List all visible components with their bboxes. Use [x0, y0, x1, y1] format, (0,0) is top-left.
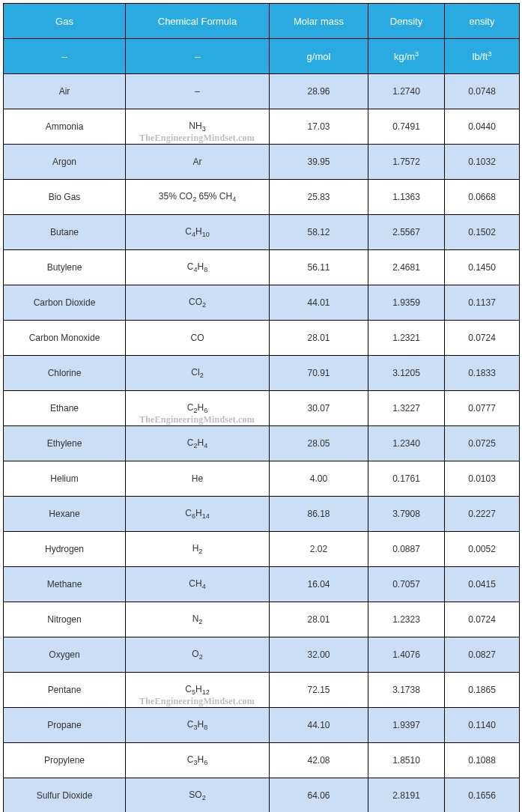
- table-row: EthaneC2H630.071.32270.0777: [4, 391, 520, 426]
- cell-formula: N2: [126, 602, 270, 637]
- cell-kg: 1.1363: [368, 180, 445, 215]
- cell-formula: C5H12: [126, 673, 270, 708]
- cell-kg: 1.2323: [368, 602, 445, 637]
- cell-lb: 0.0724: [445, 602, 520, 637]
- unit-formula: –: [126, 39, 270, 74]
- cell-kg: 2.5567: [368, 215, 445, 250]
- cell-kg: 1.9359: [368, 285, 445, 321]
- cell-lb: 0.1137: [445, 285, 520, 321]
- table-head: Gas Chemical Formula Molar mass Density …: [4, 4, 520, 74]
- cell-molar: 58.12: [270, 215, 368, 250]
- cell-molar: 64.06: [270, 778, 368, 813]
- cell-formula: C2H6: [126, 391, 270, 426]
- cell-kg: 2.8191: [368, 778, 445, 813]
- header-gas: Gas: [4, 4, 126, 39]
- cell-lb: 0.1140: [445, 708, 520, 743]
- cell-molar: 17.03: [270, 109, 368, 145]
- header-molar: Molar mass: [270, 4, 368, 39]
- cell-molar: 28.05: [270, 426, 368, 461]
- gas-table: Gas Chemical Formula Molar mass Density …: [3, 3, 520, 812]
- unit-molar: g/mol: [270, 39, 368, 74]
- cell-gas: Butane: [4, 215, 126, 250]
- cell-lb: 0.1865: [445, 673, 520, 708]
- cell-lb: 0.0103: [445, 461, 520, 497]
- table-row: ButyleneC4H856.112.46810.1450: [4, 250, 520, 285]
- cell-molar: 30.07: [270, 391, 368, 426]
- cell-molar: 70.91: [270, 356, 368, 391]
- table-row: ChlorineCl270.913.12050.1833: [4, 356, 520, 391]
- table-row: Sulfur DioxideSO264.062.81910.1656: [4, 778, 520, 813]
- cell-gas: Pentane: [4, 673, 126, 708]
- cell-gas: Butylene: [4, 250, 126, 285]
- cell-kg: 1.3227: [368, 391, 445, 426]
- unit-gas: –: [4, 39, 126, 74]
- cell-formula: Cl2: [126, 356, 270, 391]
- cell-molar: 28.01: [270, 321, 368, 356]
- cell-formula: C3H6: [126, 743, 270, 778]
- cell-formula: He: [126, 461, 270, 497]
- cell-kg: 1.2740: [368, 74, 445, 109]
- cell-molar: 4.00: [270, 461, 368, 497]
- cell-kg: 3.7908: [368, 497, 445, 532]
- cell-molar: 2.02: [270, 532, 368, 567]
- cell-lb: 0.0440: [445, 109, 520, 145]
- cell-molar: 86.18: [270, 497, 368, 532]
- table-row: ButaneC4H1058.122.55670.1502: [4, 215, 520, 250]
- cell-gas: Carbon Dioxide: [4, 285, 126, 321]
- header-row-2: – – g/mol kg/m3 lb/ft3: [4, 39, 520, 74]
- table-row: HydrogenH22.020.08870.0052: [4, 532, 520, 567]
- cell-formula: H2: [126, 532, 270, 567]
- table-row: Carbon MonoxideCO28.011.23210.0724: [4, 321, 520, 356]
- cell-lb: 0.1032: [445, 145, 520, 180]
- cell-molar: 42.08: [270, 743, 368, 778]
- cell-gas: Nitrogen: [4, 602, 126, 637]
- cell-kg: 0.1761: [368, 461, 445, 497]
- table-row: OxygenO232.001.40760.0827: [4, 637, 520, 673]
- table-row: PropyleneC3H642.081.85100.1088: [4, 743, 520, 778]
- cell-kg: 1.8510: [368, 743, 445, 778]
- table-row: ArgonAr39.951.75720.1032: [4, 145, 520, 180]
- cell-gas: Air: [4, 74, 126, 109]
- table-row: HexaneC6H1486.183.79080.2227: [4, 497, 520, 532]
- cell-kg: 3.1205: [368, 356, 445, 391]
- cell-kg: 1.2340: [368, 426, 445, 461]
- cell-formula: C3H8: [126, 708, 270, 743]
- table-wrap: Gas Chemical Formula Molar mass Density …: [3, 3, 519, 812]
- cell-formula: CH4: [126, 567, 270, 602]
- cell-lb: 0.1450: [445, 250, 520, 285]
- cell-gas: Sulfur Dioxide: [4, 778, 126, 813]
- header-row-1: Gas Chemical Formula Molar mass Density …: [4, 4, 520, 39]
- cell-gas: Methane: [4, 567, 126, 602]
- cell-lb: 0.0724: [445, 321, 520, 356]
- cell-gas: Hexane: [4, 497, 126, 532]
- table-row: Air–28.961.27400.0748: [4, 74, 520, 109]
- cell-kg: 2.4681: [368, 250, 445, 285]
- cell-gas: Oxygen: [4, 637, 126, 673]
- cell-lb: 0.0668: [445, 180, 520, 215]
- cell-lb: 0.0725: [445, 426, 520, 461]
- cell-kg: 0.0887: [368, 532, 445, 567]
- cell-lb: 0.0748: [445, 74, 520, 109]
- header-density-lb: ensity: [445, 4, 520, 39]
- cell-kg: 0.7491: [368, 109, 445, 145]
- cell-gas: Propylene: [4, 743, 126, 778]
- cell-formula: C2H4: [126, 426, 270, 461]
- table-row: HeliumHe4.000.17610.0103: [4, 461, 520, 497]
- cell-molar: 44.01: [270, 285, 368, 321]
- cell-kg: 3.1738: [368, 673, 445, 708]
- cell-gas: Bio Gas: [4, 180, 126, 215]
- table-row: Carbon DioxideCO244.011.93590.1137: [4, 285, 520, 321]
- cell-gas: Argon: [4, 145, 126, 180]
- cell-kg: 1.4076: [368, 637, 445, 673]
- cell-molar: 39.95: [270, 145, 368, 180]
- table-row: NitrogenN228.011.23230.0724: [4, 602, 520, 637]
- cell-molar: 32.00: [270, 637, 368, 673]
- cell-formula: O2: [126, 637, 270, 673]
- cell-kg: 0.7057: [368, 567, 445, 602]
- cell-lb: 0.1833: [445, 356, 520, 391]
- cell-lb: 0.0777: [445, 391, 520, 426]
- table-row: Bio Gas35% CO2 65% CH425.831.13630.0668: [4, 180, 520, 215]
- cell-kg: 1.2321: [368, 321, 445, 356]
- cell-gas: Helium: [4, 461, 126, 497]
- cell-lb: 0.1502: [445, 215, 520, 250]
